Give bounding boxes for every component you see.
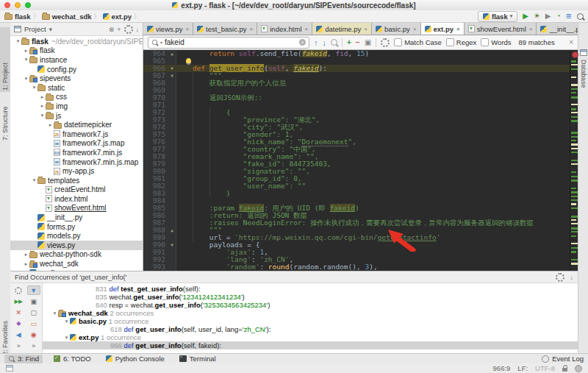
- tree-item[interactable]: ▾templates: [10, 176, 143, 185]
- stripe-mark[interactable]: [571, 207, 578, 209]
- chevron-down-icon[interactable]: ▾: [63, 335, 70, 341]
- stripe-mark[interactable]: [571, 263, 578, 265]
- editor-line[interactable]: 970 返回JSON示例::: [143, 94, 570, 102]
- minimize-window-button[interactable]: [15, 2, 21, 8]
- filter-icon[interactable]: ▼: [27, 285, 41, 295]
- editor-tab[interactable]: views.py×: [143, 23, 193, 35]
- tool-window-terminal[interactable]: Terminal: [176, 355, 220, 363]
- stripe-mark[interactable]: [571, 171, 576, 173]
- chevron-right-icon[interactable]: ▸: [23, 48, 29, 54]
- fold-down-icon[interactable]: ▼: [168, 72, 176, 79]
- stripe-mark[interactable]: [571, 160, 578, 161]
- find-result-row[interactable]: ▾wechat_sdk 2 occurrences: [43, 309, 578, 317]
- tree-item[interactable]: ▾sipevents: [10, 74, 143, 83]
- find-result-row[interactable]: ▾basic.py 1 occurrence: [43, 317, 578, 325]
- settings-icon[interactable]: [15, 287, 22, 294]
- debug-button[interactable]: ☀: [534, 13, 540, 20]
- tool-button-structure[interactable]: 7: Structure: [1, 106, 9, 141]
- tree-item[interactable]: ▸datetimepicker: [10, 120, 143, 129]
- stripe-mark[interactable]: [571, 216, 578, 218]
- close-tab-icon[interactable]: ×: [185, 26, 189, 32]
- stripe-mark[interactable]: [571, 104, 578, 105]
- tool-window-python-console[interactable]: Python Console: [102, 355, 168, 363]
- stripe-mark[interactable]: [571, 112, 578, 113]
- stripe-mark[interactable]: [571, 132, 578, 134]
- tree-item[interactable]: config.py: [10, 65, 143, 74]
- chevron-down-icon[interactable]: ▾: [15, 38, 21, 44]
- tree-item[interactable]: ▸wechat_sdk: [10, 259, 143, 269]
- words-checkbox[interactable]: Words: [481, 38, 511, 46]
- stripe-mark[interactable]: [571, 108, 576, 110]
- chevron-down-icon[interactable]: ▾: [31, 85, 37, 90]
- stripe-mark[interactable]: [571, 251, 576, 253]
- tree-item[interactable]: framework7.min.js: [10, 148, 143, 157]
- search-settings-gear-icon[interactable]: [381, 38, 390, 47]
- find-settings-gear-icon[interactable]: [556, 273, 564, 282]
- add-selection-icon[interactable]: +: [347, 38, 351, 46]
- stripe-mark[interactable]: [571, 77, 576, 78]
- tree-item[interactable]: models.py: [10, 231, 143, 241]
- close-tab-icon[interactable]: ×: [529, 26, 533, 32]
- line-separator[interactable]: LF:: [517, 364, 528, 372]
- close-icon[interactable]: ✕: [12, 308, 26, 317]
- match-case-checkbox[interactable]: Match Case: [394, 38, 442, 46]
- run-button[interactable]: ▶: [523, 13, 528, 20]
- stripe-mark[interactable]: [571, 219, 576, 221]
- chevron-down-icon[interactable]: ▾: [63, 319, 70, 324]
- zoom-window-button[interactable]: [25, 2, 31, 8]
- hide-find-panel-icon[interactable]: ↓: [570, 274, 574, 281]
- pin-icon[interactable]: ◆: [12, 319, 26, 328]
- search-history-icon[interactable]: ▾: [160, 40, 162, 45]
- preview-icon[interactable]: ▢: [27, 308, 41, 317]
- tree-item[interactable]: forms.py: [10, 222, 143, 232]
- chevron-down-icon[interactable]: ▾: [23, 57, 29, 63]
- gear-icon[interactable]: [124, 25, 133, 34]
- stripe-mark[interactable]: [571, 163, 578, 165]
- tree-item[interactable]: ▾flask~/dev/dev_root/daryun/SIPEven: [10, 37, 143, 46]
- fold-up-icon[interactable]: ▲: [168, 50, 176, 57]
- stripe-mark[interactable]: [571, 180, 578, 182]
- tree-item[interactable]: ▾js: [10, 111, 143, 121]
- editor-tab[interactable]: showEvent.html×: [465, 23, 537, 35]
- fold-down-icon[interactable]: ▼: [168, 241, 176, 249]
- editor-line[interactable]: 968 获取指定用户的个人信息: [143, 79, 570, 87]
- editor-line[interactable]: 964▲ return self.send_file(fakeid, fid, …: [143, 50, 570, 57]
- stripe-mark[interactable]: [571, 188, 576, 189]
- stripe-mark[interactable]: [571, 152, 578, 153]
- tree-item[interactable]: framework7.min.js.map: [10, 157, 143, 167]
- profile-button[interactable]: ◔: [556, 13, 561, 20]
- search-everywhere-icon[interactable]: [577, 13, 584, 20]
- expand-icon[interactable]: ▭: [27, 319, 41, 328]
- close-tab-icon[interactable]: ×: [413, 26, 417, 32]
- highlighting-level-icon[interactable]: [575, 365, 582, 372]
- fold-down-icon[interactable]: ▼: [168, 65, 176, 72]
- chevron-down-icon[interactable]: ▾: [39, 113, 46, 118]
- tool-button-database[interactable]: Database: [580, 60, 587, 88]
- stripe-mark[interactable]: [571, 259, 578, 260]
- chevron-right-icon[interactable]: ▸: [23, 261, 29, 267]
- rerun-search-icon[interactable]: ▶▶: [12, 296, 26, 306]
- tree-item[interactable]: ▸wechat-python-sdk: [10, 250, 143, 260]
- code-editor[interactable]: 964▲ return self.send_file(fakeid, fid, …: [143, 50, 570, 271]
- close-tab-icon[interactable]: ×: [364, 26, 368, 32]
- find-all-icon[interactable]: [331, 39, 337, 46]
- autoscroll-icon[interactable]: ◉: [27, 330, 41, 339]
- editor-tab[interactable]: datetime.py×: [312, 23, 372, 35]
- previous-occurrence-icon[interactable]: ↑: [314, 38, 318, 47]
- view-mode-dropdown[interactable]: ▾: [49, 26, 53, 33]
- stripe-mark[interactable]: [571, 92, 576, 93]
- close-tab-icon[interactable]: ×: [456, 26, 460, 32]
- find-result-row[interactable]: 966 def get_user_info(self, fakeid):: [43, 341, 578, 349]
- tree-item[interactable]: creatEvent.html: [10, 185, 143, 195]
- tree-item[interactable]: ▸img: [10, 102, 143, 111]
- close-window-button[interactable]: [4, 2, 10, 8]
- scroll-to-source-icon[interactable]: +: [117, 26, 121, 33]
- stripe-mark[interactable]: [571, 88, 578, 90]
- tree-item[interactable]: ▸flask: [10, 46, 143, 56]
- tool-window-switcher-icon[interactable]: [6, 365, 13, 372]
- editor-tab[interactable]: index.html×: [257, 23, 312, 35]
- chevron-down-icon[interactable]: ▾: [31, 177, 37, 183]
- stripe-mark[interactable]: [571, 84, 578, 86]
- stripe-mark[interactable]: [571, 199, 578, 201]
- remove-selection-icon[interactable]: −: [356, 38, 360, 46]
